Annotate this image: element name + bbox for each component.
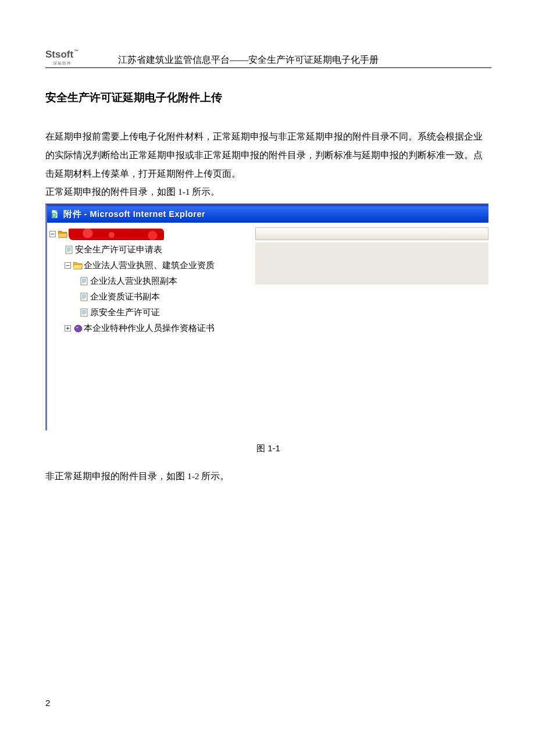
tree-node[interactable]: 原安全生产许可证 [49,305,253,320]
logo-subtext: 深拓软件 [45,60,79,66]
tree-node[interactable]: 企业法人营业执照副本 [49,273,253,289]
collapse-icon[interactable]: − [49,231,56,237]
file-icon [80,293,89,301]
tree-node-label: 安全生产许可证申请表 [75,244,162,255]
logo: Stsoft ™ 深拓软件 [45,49,79,66]
tree-node-label: 原安全生产许可证 [90,307,160,318]
folder-red-icon [58,230,67,238]
tree-node[interactable]: 安全生产许可证申请表 [49,242,253,258]
body-paragraph-1: 在延期申报前需要上传电子化附件材料，正常延期申报与非正常延期申报的附件目录不同。… [45,127,491,183]
tree-node-label: 企业法人营业执照、建筑企业资质 [84,260,215,271]
body-paragraph-2: 正常延期申报的附件目录，如图 1-1 所示。 [45,183,491,201]
ie-page-icon [51,209,60,219]
collapse-icon[interactable]: − [65,262,71,269]
figure-caption: 图 1-1 [45,443,491,454]
tree-node[interactable]: − [49,226,253,242]
folder-yellow-icon [73,262,83,270]
file-icon [80,277,89,286]
svg-point-23 [76,326,78,328]
tree-pane: −安全生产许可证申请表−企业法人营业执照、建筑企业资质企业法人营业执照副本企业资… [47,223,255,430]
page-header-title: 江苏省建筑业监管信息平台——安全生产许可证延期电子化手册 [89,54,491,66]
page-number: 2 [45,698,50,708]
window-title-prefix: 附件 [63,209,81,219]
tree-node[interactable]: −企业法人营业执照、建筑企业资质 [49,258,253,273]
logo-tm: ™ [74,49,79,54]
content-pane [255,223,488,430]
toolbar-placeholder [255,227,488,240]
body-paragraph-3: 非正常延期申报的附件目录，如图 1-2 所示。 [45,467,491,485]
file-icon [80,309,89,317]
ie-window-screenshot: 附件 - Microsoft Internet Explorer −安全生产许可… [45,204,488,430]
section-heading: 安全生产许可证延期电子化附件上传 [45,90,491,105]
logo-text: Stsoft [45,49,73,59]
tree-node[interactable]: 企业资质证书副本 [49,289,253,305]
tree-node[interactable]: +本企业特种作业人员操作资格证书 [49,320,253,336]
file-icon [65,246,74,254]
window-titlebar: 附件 - Microsoft Internet Explorer [47,205,488,223]
tree-node-label: 本企业特种作业人员操作资格证书 [84,323,215,334]
content-placeholder [255,243,488,284]
special-icon [73,324,83,333]
window-title-sep: - [81,209,90,219]
tree-node-label: 企业资质证书副本 [90,291,160,302]
expand-icon[interactable]: + [65,325,71,331]
document-header: Stsoft ™ 深拓软件 江苏省建筑业监管信息平台——安全生产许可证延期电子化… [45,49,491,68]
tree-node-label: 企业法人营业执照副本 [90,276,177,287]
window-title-app: Microsoft Internet Explorer [90,209,205,219]
svg-point-22 [74,325,82,332]
redacted-label [69,229,164,240]
